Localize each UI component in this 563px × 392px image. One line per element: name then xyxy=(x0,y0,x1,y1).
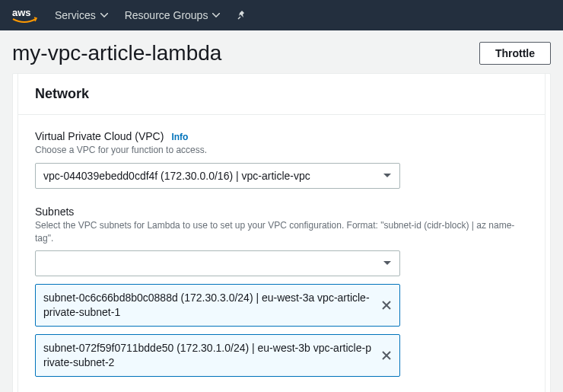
nav-resource-groups[interactable]: Resource Groups xyxy=(125,9,221,21)
panel-header: Network xyxy=(18,74,545,115)
caret-down-icon xyxy=(212,13,220,18)
panel-title: Network xyxy=(35,86,528,102)
vpc-select[interactable]: vpc-044039ebedd0cdf4f (172.30.0.0/16) | … xyxy=(35,163,400,189)
subnet-token: subnet-0c6c66bd8b0c0888d (172.30.3.0/24)… xyxy=(35,284,400,327)
vpc-label: Virtual Private Cloud (VPC) xyxy=(35,130,164,142)
nav-services[interactable]: Services xyxy=(55,9,108,21)
network-panel: Network Virtual Private Cloud (VPC) Info… xyxy=(12,73,551,392)
vpc-info-link[interactable]: Info xyxy=(171,132,188,142)
close-icon[interactable] xyxy=(381,300,392,311)
page-title: my-vpc-article-lambda xyxy=(12,41,221,65)
vpc-field: Virtual Private Cloud (VPC) Info Choose … xyxy=(35,130,528,189)
page-header: my-vpc-article-lambda Throttle xyxy=(12,41,551,65)
vpc-desc: Choose a VPC for your function to access… xyxy=(35,144,528,157)
pin-icon[interactable] xyxy=(237,10,247,21)
subnets-desc: Select the VPC subnets for Lambda to use… xyxy=(35,219,528,245)
page: my-vpc-article-lambda Throttle Network V… xyxy=(0,30,563,392)
subnets-label: Subnets xyxy=(35,206,74,218)
nav-services-label: Services xyxy=(55,9,96,21)
panel-body: Virtual Private Cloud (VPC) Info Choose … xyxy=(18,115,545,392)
caret-down-icon xyxy=(383,173,392,179)
svg-line-1 xyxy=(238,17,240,19)
subnet-token: subnet-072f59f0711bdde50 (172.30.1.0/24)… xyxy=(35,334,400,377)
subnets-select[interactable] xyxy=(35,250,400,276)
top-nav: aws Services Resource Groups xyxy=(0,0,563,30)
subnet-token-text: subnet-072f59f0711bdde50 (172.30.1.0/24)… xyxy=(43,341,381,370)
throttle-button[interactable]: Throttle xyxy=(479,42,551,65)
subnets-field: Subnets Select the VPC subnets for Lambd… xyxy=(35,206,528,377)
caret-down-icon xyxy=(100,13,108,18)
svg-text:aws: aws xyxy=(12,7,31,18)
close-icon[interactable] xyxy=(381,350,392,361)
subnet-token-text: subnet-0c6c66bd8b0c0888d (172.30.3.0/24)… xyxy=(43,291,381,320)
vpc-select-value: vpc-044039ebedd0cdf4f (172.30.0.0/16) | … xyxy=(43,170,310,182)
aws-logo[interactable]: aws xyxy=(11,7,38,24)
caret-down-icon xyxy=(383,260,392,266)
nav-resource-groups-label: Resource Groups xyxy=(125,9,208,21)
